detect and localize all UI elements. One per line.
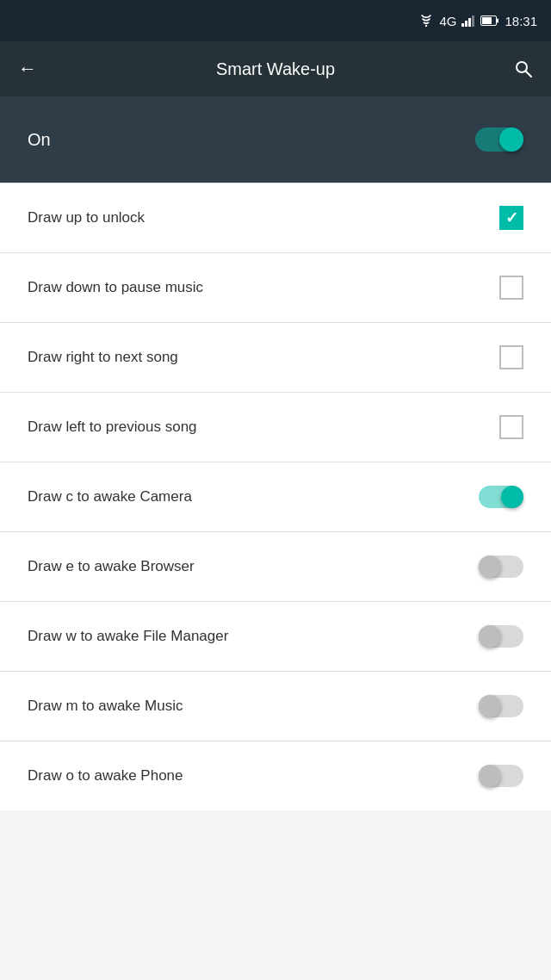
svg-point-0: [425, 25, 427, 27]
item-label: Draw m to awake Music: [28, 698, 183, 715]
list-item[interactable]: Draw up to unlock: [0, 183, 551, 252]
toggle-draw-c-camera[interactable]: [479, 486, 523, 508]
list-item[interactable]: Draw e to awake Browser: [0, 532, 551, 601]
toggle-thumb: [479, 765, 501, 787]
list-item[interactable]: Draw m to awake Music: [0, 672, 551, 741]
svg-rect-1: [461, 23, 464, 27]
settings-list: Draw up to unlock Draw down to pause mus…: [0, 183, 551, 810]
toggle-draw-m-music[interactable]: [479, 695, 523, 717]
signal-icon: [461, 15, 475, 27]
main-toggle-switch[interactable]: [475, 127, 523, 152]
checkbox-draw-right-next[interactable]: [499, 345, 523, 369]
toggle-draw-w-filemanager[interactable]: [479, 625, 523, 648]
svg-rect-6: [482, 17, 492, 24]
list-item[interactable]: Draw o to awake Phone: [0, 741, 551, 810]
svg-line-9: [526, 71, 532, 78]
toggle-draw-e-browser[interactable]: [479, 555, 523, 578]
toggle-draw-o-phone[interactable]: [479, 765, 523, 787]
list-item[interactable]: Draw w to awake File Manager: [0, 602, 551, 671]
checkbox-draw-down-pause[interactable]: [499, 276, 523, 300]
svg-rect-2: [465, 21, 467, 27]
app-bar: ← Smart Wake-up: [0, 41, 551, 96]
item-label: Draw left to previous song: [28, 419, 197, 436]
wifi-icon: [418, 15, 434, 27]
status-icons: 4G 18:31: [418, 14, 537, 28]
list-item[interactable]: Draw right to next song: [0, 323, 551, 392]
main-toggle-label: On: [28, 130, 51, 150]
checkbox-draw-left-prev[interactable]: [499, 415, 523, 439]
svg-rect-4: [472, 16, 474, 27]
toggle-thumb: [479, 555, 501, 578]
search-button[interactable]: [510, 59, 537, 79]
time: 18:31: [505, 14, 537, 28]
toggle-thumb: [501, 486, 523, 508]
item-label: Draw right to next song: [28, 349, 178, 366]
svg-rect-7: [497, 19, 498, 23]
svg-rect-3: [468, 18, 471, 27]
status-bar: 4G 18:31: [0, 0, 551, 41]
back-button[interactable]: ←: [14, 58, 41, 80]
item-label: Draw w to awake File Manager: [28, 628, 228, 645]
item-label: Draw down to pause music: [28, 279, 203, 296]
item-label: Draw c to awake Camera: [28, 488, 192, 506]
item-label: Draw e to awake Browser: [28, 558, 195, 575]
main-toggle-section: On: [0, 96, 551, 183]
item-label: Draw up to unlock: [28, 209, 145, 226]
network-type: 4G: [439, 14, 456, 28]
toggle-thumb: [479, 695, 501, 717]
list-item[interactable]: Draw down to pause music: [0, 253, 551, 322]
item-label: Draw o to awake Phone: [28, 767, 183, 785]
toggle-thumb: [479, 625, 501, 648]
list-item[interactable]: Draw left to previous song: [0, 393, 551, 462]
checkbox-draw-up-unlock[interactable]: [499, 206, 523, 230]
battery-icon: [480, 16, 499, 26]
list-item[interactable]: Draw c to awake Camera: [0, 462, 551, 531]
page-title: Smart Wake-up: [55, 59, 496, 79]
main-toggle-thumb: [499, 127, 523, 152]
